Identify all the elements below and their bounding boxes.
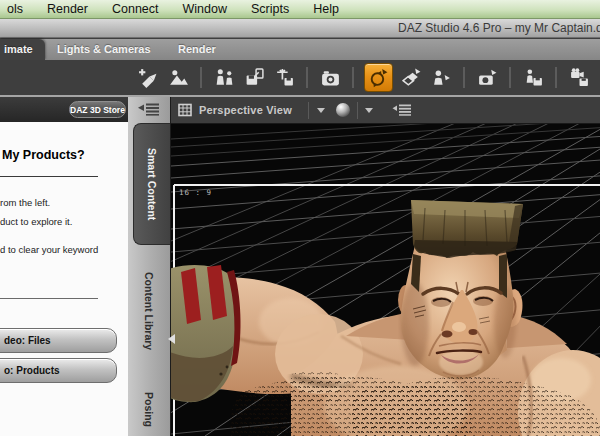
menu-item-scripts[interactable]: Scripts bbox=[246, 2, 294, 16]
side-tab-posing[interactable]: Posing bbox=[128, 375, 170, 436]
save-figure-icon[interactable] bbox=[521, 66, 545, 90]
main-area: DAZ 3D Store My Products? rom the left.d… bbox=[0, 97, 600, 436]
store-help-line: rom the left. bbox=[0, 197, 50, 208]
divider bbox=[357, 102, 358, 119]
menu-item-render[interactable]: Render bbox=[42, 2, 93, 16]
menu-item-help[interactable]: Help bbox=[308, 2, 344, 16]
side-tab-content-library[interactable]: Content Library bbox=[128, 251, 170, 371]
tab-imate[interactable]: imate bbox=[0, 39, 45, 60]
mac-menu-bar: olsRenderConnectWindowScriptsHelp bbox=[0, 0, 600, 19]
side-tab-smart-content[interactable]: Smart Content bbox=[133, 123, 170, 245]
window-title: DAZ Studio 4.6 Pro – my Mr Captain.duf bbox=[398, 21, 600, 35]
camera-tool-icon[interactable] bbox=[475, 66, 499, 90]
divider bbox=[0, 176, 98, 177]
daz-3d-store-button[interactable]: DAZ 3D Store bbox=[69, 101, 126, 118]
shading-dropdown-arrow[interactable] bbox=[365, 108, 373, 113]
toolbar-separator bbox=[463, 67, 465, 88]
pane-options-icon[interactable] bbox=[136, 101, 162, 121]
store-link-button[interactable]: o: Products bbox=[0, 358, 117, 383]
view-dropdown-arrow[interactable] bbox=[317, 108, 325, 113]
shading-style-icon[interactable] bbox=[336, 103, 350, 117]
divider bbox=[308, 102, 309, 119]
node-tool-icon[interactable] bbox=[429, 66, 453, 90]
figures-icon[interactable] bbox=[212, 66, 236, 90]
scene-3d-view[interactable]: 16 : 9 bbox=[171, 124, 600, 436]
menu-item-window[interactable]: Window bbox=[178, 2, 232, 16]
view-selector-label[interactable]: Perspective View bbox=[199, 104, 292, 116]
create-light-icon[interactable] bbox=[136, 66, 160, 90]
surface-tool-icon[interactable] bbox=[399, 66, 423, 90]
aspect-ratio-label: 16 : 9 bbox=[179, 188, 212, 197]
viewport-options-icon[interactable] bbox=[391, 103, 413, 117]
toolbar-separator bbox=[352, 67, 354, 88]
orbit-tool-icon[interactable] bbox=[364, 63, 393, 92]
activity-tab-bar: imateLights & CamerasRender bbox=[0, 39, 600, 60]
render-camera-icon[interactable] bbox=[318, 66, 342, 90]
menu-item-connect[interactable]: Connect bbox=[107, 2, 164, 16]
toolbar-separator bbox=[509, 67, 511, 88]
toolbar-separator bbox=[200, 67, 202, 88]
window-title-bar[interactable]: DAZ Studio 4.6 Pro – my Mr Captain.duf bbox=[0, 19, 600, 38]
store-help-line: duct to explore it. bbox=[0, 216, 72, 227]
viewport-toolbar: Perspective View bbox=[171, 97, 600, 124]
environment-icon[interactable] bbox=[166, 66, 190, 90]
store-help-line: d to clear your keyword bbox=[0, 244, 98, 255]
save-files-icon[interactable] bbox=[242, 66, 266, 90]
store-heading: My Products? bbox=[2, 148, 85, 162]
viewport: Perspective View bbox=[170, 97, 600, 436]
divider bbox=[0, 298, 98, 299]
daz-studio-window: olsRenderConnectWindowScriptsHelp DAZ St… bbox=[0, 0, 600, 436]
store-pane-header: DAZ 3D Store bbox=[0, 97, 128, 122]
store-link-button[interactable]: deo: Files bbox=[0, 328, 117, 353]
pane-tab-strip: Smart ContentContent LibraryPosing bbox=[128, 97, 170, 436]
save-render-icon[interactable] bbox=[567, 66, 591, 90]
menu-item-ols[interactable]: ols bbox=[2, 2, 28, 16]
tab-lights-cameras[interactable]: Lights & Cameras bbox=[57, 39, 151, 60]
character-head bbox=[398, 200, 523, 379]
smart-content-pane: DAZ 3D Store My Products? rom the left.d… bbox=[0, 97, 128, 436]
main-toolbar bbox=[0, 60, 600, 97]
tab-render[interactable]: Render bbox=[178, 39, 216, 60]
view-grid-icon[interactable] bbox=[178, 103, 192, 117]
save-pose-icon[interactable] bbox=[272, 66, 296, 90]
toolbar-separator bbox=[306, 67, 308, 88]
toolbar-separator bbox=[555, 67, 557, 88]
pane-collapse-arrow[interactable] bbox=[168, 334, 175, 344]
